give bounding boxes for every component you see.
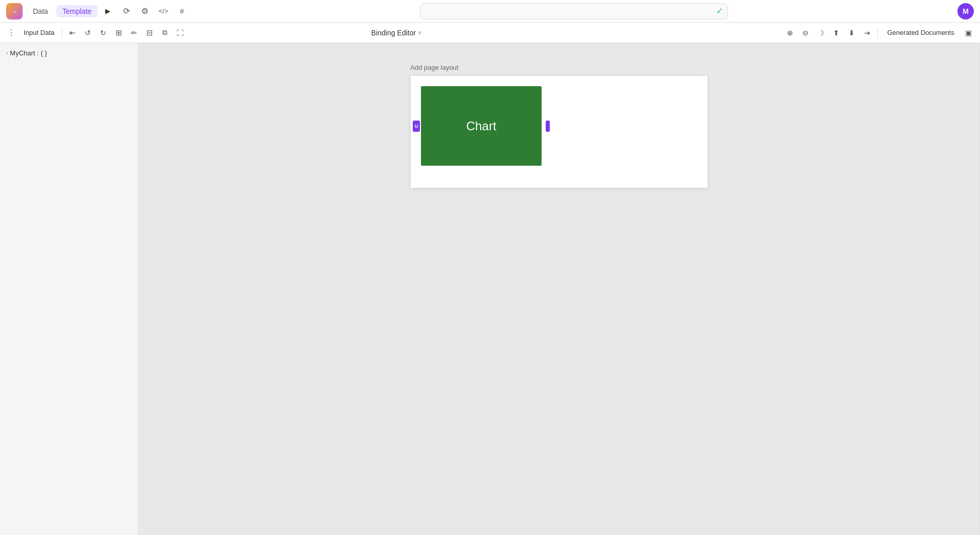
right-panel-toggle-button[interactable]: ▣ [962,26,976,40]
zoom-in-icon: ⊕ [787,29,793,37]
panel-right-icon: ▣ [965,29,972,37]
nav-tab-template[interactable]: Template [56,5,98,17]
code-button[interactable]: </> [155,3,171,19]
toolbar-separator-2 [877,28,878,38]
chart-label: Chart [466,119,496,133]
sync-icon: ⟳ [123,6,130,16]
zoom-in-button[interactable]: ⊕ [783,26,797,40]
play-button[interactable]: ▶ [100,3,116,19]
left-sidebar: › MyChart : { } [0,43,139,535]
add-frame-button[interactable]: ⊞ [111,26,126,40]
crop-button[interactable]: ⛶ [173,26,187,40]
moon-icon: ☽ [818,29,824,37]
toolbar: ⋮ Input Data ⇤ ↺ ↻ ⊞ ✏ ⊟ ⧉ ⛶ Binding Edi… [0,23,980,43]
code-icon: </> [159,7,168,15]
search-input[interactable] [420,3,728,19]
binding-editor-label: Binding Editor [371,29,416,37]
settings-button[interactable]: ⚙ [137,3,153,19]
crop-icon: ⛶ [177,29,184,37]
right-toolbar: ⊕ ⊖ ☽ ⬆ ⬇ ⇥ [783,26,874,40]
nav-tab-data[interactable]: Data [27,5,54,17]
toolbar-separator [62,28,62,38]
top-nav-bar: ⌄ Data Template ▶ ⟳ ⚙ </> # ✓ M [0,0,980,23]
chart-element-wrapper[interactable]: U Chart [421,86,542,166]
zoom-out-button[interactable]: ⊖ [798,26,813,40]
avatar[interactable]: M [957,3,974,19]
remove-icon: ⊟ [146,28,153,37]
binding-editor-button[interactable]: Binding Editor ∨ [366,27,427,39]
menu-dots-icon[interactable]: ⋮ [4,26,18,40]
logo-chevron-icon: ⌄ [12,8,17,14]
gear-icon: ⚙ [141,6,148,16]
generated-docs-label: Generated Documents [881,29,960,36]
panel-left-icon: ⇤ [69,28,76,37]
main-area: › MyChart : { } Add page layout U Chart [0,43,980,535]
chart-element[interactable]: Chart [421,86,542,166]
canvas-area: Add page layout U Chart [139,43,979,535]
chevron-right-icon: › [6,50,8,56]
upload-icon: ⬆ [833,29,839,37]
search-bar: ✓ [200,3,947,19]
expand-icon: ⇥ [864,29,870,37]
redo-icon: ↻ [100,29,106,37]
copy-button[interactable]: ⧉ [158,26,172,40]
edit-icon: ✏ [131,29,137,37]
undo-icon: ↺ [85,29,91,37]
add-frame-icon: ⊞ [116,28,122,37]
chevron-down-icon: ∨ [418,30,421,35]
left-panel-toggle-button[interactable]: ⇤ [65,26,80,40]
resize-handle-left-label: U [415,124,418,129]
check-icon: ✓ [716,6,723,16]
zoom-out-icon: ⊖ [802,29,809,37]
expand-button[interactable]: ⇥ [860,26,874,40]
upload-button[interactable]: ⬆ [829,26,843,40]
tag-icon: # [180,7,184,15]
edit-button[interactable]: ✏ [127,26,141,40]
resize-handle-right[interactable] [546,121,550,132]
add-page-layout-label: Add page layout [410,64,458,71]
copy-icon: ⧉ [162,28,167,37]
undo-button[interactable]: ↺ [81,26,95,40]
redo-button[interactable]: ↻ [96,26,110,40]
tag-button[interactable]: # [174,3,190,19]
sidebar-item-label: MyChart : { } [10,49,47,57]
logo-button[interactable]: ⌄ [6,3,23,19]
dark-mode-button[interactable]: ☽ [814,26,828,40]
sidebar-tree-item[interactable]: › MyChart : { } [6,49,132,57]
resize-handle-left[interactable]: U [413,121,420,132]
remove-button[interactable]: ⊟ [142,26,157,40]
page-canvas: U Chart [410,75,708,188]
download-icon: ⬇ [849,29,855,37]
download-button[interactable]: ⬇ [844,26,859,40]
sync-button[interactable]: ⟳ [118,3,134,19]
play-icon: ▶ [105,7,110,15]
input-data-label: Input Data [20,29,59,36]
